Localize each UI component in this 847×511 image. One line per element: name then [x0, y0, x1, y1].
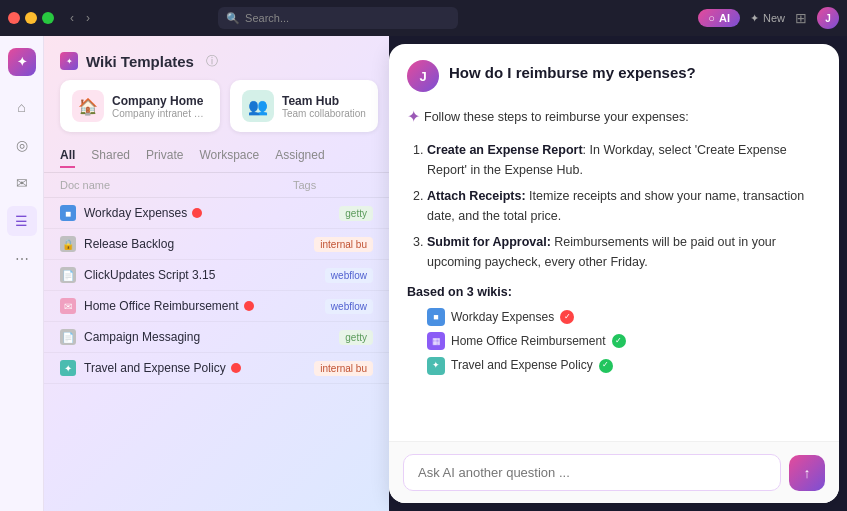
sidebar: ✦ ⌂ ◎ ✉ ☰ ⋯ [0, 36, 44, 511]
tab-shared[interactable]: Shared [91, 148, 130, 168]
col-name-header: Doc name [60, 179, 293, 191]
user-avatar-ai: J [407, 60, 439, 92]
doc-status-travel [231, 363, 241, 373]
sidebar-item-inbox[interactable]: ✉ [7, 168, 37, 198]
grid-icon[interactable]: ⊞ [795, 10, 807, 26]
ai-question: J How do I reimburse my expenses? [407, 60, 821, 92]
doc-icon-release: 🔒 [60, 236, 76, 252]
template-card-company[interactable]: 🏠 Company Home Company intranet hub [60, 80, 220, 132]
doc-icon-travel: ✦ [60, 360, 76, 376]
ai-step-3: Submit for Approval: Reimbursements will… [427, 232, 821, 272]
template-card-text-company: Company Home Company intranet hub [112, 94, 208, 119]
doc-name-travel: Travel and Expense Policy [84, 361, 314, 375]
ai-button[interactable]: ○ AI [698, 9, 740, 27]
ai-question-input[interactable] [403, 454, 781, 491]
ai-intro: ✦ Follow these steps to reimburse your e… [407, 104, 821, 130]
sidebar-item-search[interactable]: ◎ [7, 130, 37, 160]
topbar-right: ○ AI ✦ New ⊞ J [698, 7, 839, 29]
ai-question-text: How do I reimburse my expenses? [449, 60, 696, 81]
doc-name-release: Release Backlog [84, 237, 314, 251]
ai-label: AI [719, 12, 730, 24]
wiki-title: Wiki Templates [86, 53, 194, 70]
back-button[interactable]: ‹ [66, 9, 78, 27]
template-card-team[interactable]: 👥 Team Hub Team collaboration [230, 80, 378, 132]
logo-icon: ✦ [17, 55, 27, 69]
app-logo[interactable]: ✦ [8, 48, 36, 76]
search-placeholder: Search... [245, 12, 289, 24]
topbar: ‹ › 🔍 Search... ○ AI ✦ New ⊞ J [0, 0, 847, 36]
template-icon-company: 🏠 [72, 90, 104, 122]
ai-spark-icon: ✦ [407, 104, 420, 130]
ai-steps-list: Create an Expense Report: In Workday, se… [407, 140, 821, 272]
ai-panel: J How do I reimburse my expenses? ✦ Foll… [389, 44, 839, 503]
wiki-ref-check-homeoffice: ✓ [612, 334, 626, 348]
ai-response: ✦ Follow these steps to reimburse your e… [407, 104, 821, 375]
doc-tag-campaign: getty [339, 330, 373, 345]
doc-icon-homeoffice: ✉ [60, 298, 76, 314]
doc-row-release[interactable]: 🔒 Release Backlog internal bu [44, 229, 389, 260]
sidebar-item-more[interactable]: ⋯ [7, 244, 37, 274]
doc-list: ■ Workday Expenses getty 🔒 Release Backl… [44, 198, 389, 511]
wiki-ref-check-workday: ✓ [560, 310, 574, 324]
tabs-row: All Shared Private Workspace Assigned [44, 140, 389, 173]
template-desc-team: Team collaboration [282, 108, 366, 119]
close-button[interactable] [8, 12, 20, 24]
template-name-team: Team Hub [282, 94, 366, 108]
doc-list-header: Doc name Tags [44, 173, 389, 198]
ai-step-1: Create an Expense Report: In Workday, se… [427, 140, 821, 180]
doc-icon-clickupdates: 📄 [60, 267, 76, 283]
send-icon: ↑ [804, 465, 811, 481]
wiki-logo: ✦ [60, 52, 78, 70]
wiki-ref-icon-travel: ✦ [427, 357, 445, 375]
doc-tag-release: internal bu [314, 237, 373, 252]
template-name-company: Company Home [112, 94, 208, 108]
ai-step-2-bold: Attach Receipts: [427, 189, 526, 203]
tab-private[interactable]: Private [146, 148, 183, 168]
ai-icon: ○ [708, 12, 715, 24]
tab-workspace[interactable]: Workspace [199, 148, 259, 168]
ai-intro-text: Follow these steps to reimburse your exp… [424, 107, 689, 127]
doc-icon-campaign: 📄 [60, 329, 76, 345]
wiki-section: ✦ Wiki Templates ⓘ 🏠 Company Home Compan… [44, 36, 389, 140]
ai-send-button[interactable]: ↑ [789, 455, 825, 491]
ai-step-1-bold: Create an Expense Report [427, 143, 583, 157]
wiki-ref-icon-homeoffice: ▦ [427, 332, 445, 350]
doc-row-homeoffice[interactable]: ✉ Home Office Reimbursement webflow [44, 291, 389, 322]
doc-tag-workday: getty [339, 206, 373, 221]
ai-input-area: ↑ [389, 441, 839, 503]
minimize-button[interactable] [25, 12, 37, 24]
search-bar[interactable]: 🔍 Search... [218, 7, 458, 29]
based-on: Based on 3 wikis: [407, 282, 821, 302]
nav-arrows: ‹ › [66, 9, 94, 27]
doc-row-campaign[interactable]: 📄 Campaign Messaging getty [44, 322, 389, 353]
doc-name-campaign: Campaign Messaging [84, 330, 339, 344]
wiki-ref-workday[interactable]: ■ Workday Expenses ✓ [427, 308, 821, 327]
sidebar-item-docs[interactable]: ☰ [7, 206, 37, 236]
sparkle-icon: ✦ [750, 12, 759, 25]
template-desc-company: Company intranet hub [112, 108, 208, 119]
doc-tag-clickupdates: webflow [325, 268, 373, 283]
doc-row-travel[interactable]: ✦ Travel and Expense Policy internal bu [44, 353, 389, 384]
tab-all[interactable]: All [60, 148, 75, 168]
doc-row-clickupdates[interactable]: 📄 ClickUpdates Script 3.15 webflow [44, 260, 389, 291]
doc-name-homeoffice: Home Office Reimbursement [84, 299, 325, 313]
wiki-ref-name-homeoffice: Home Office Reimbursement [451, 332, 606, 351]
doc-row-workday[interactable]: ■ Workday Expenses getty [44, 198, 389, 229]
tab-assigned[interactable]: Assigned [275, 148, 324, 168]
maximize-button[interactable] [42, 12, 54, 24]
ai-step-2: Attach Receipts: Itemize receipts and sh… [427, 186, 821, 226]
wiki-ref-travel[interactable]: ✦ Travel and Expense Policy ✓ [427, 356, 821, 375]
content-area: ✦ Wiki Templates ⓘ 🏠 Company Home Compan… [44, 36, 389, 511]
col-tags-header: Tags [293, 179, 373, 191]
wiki-ref-name-workday: Workday Expenses [451, 308, 554, 327]
wiki-refs-list: ■ Workday Expenses ✓ ▦ Home Office Reimb… [407, 308, 821, 376]
doc-name-workday: Workday Expenses [84, 206, 339, 220]
new-button[interactable]: ✦ New [750, 12, 785, 25]
doc-icon-workday: ■ [60, 205, 76, 221]
wiki-ref-homeoffice[interactable]: ▦ Home Office Reimbursement ✓ [427, 332, 821, 351]
sidebar-item-home[interactable]: ⌂ [7, 92, 37, 122]
user-avatar[interactable]: J [817, 7, 839, 29]
ai-panel-content: J How do I reimburse my expenses? ✦ Foll… [389, 44, 839, 441]
forward-button[interactable]: › [82, 9, 94, 27]
search-icon: 🔍 [226, 12, 240, 25]
